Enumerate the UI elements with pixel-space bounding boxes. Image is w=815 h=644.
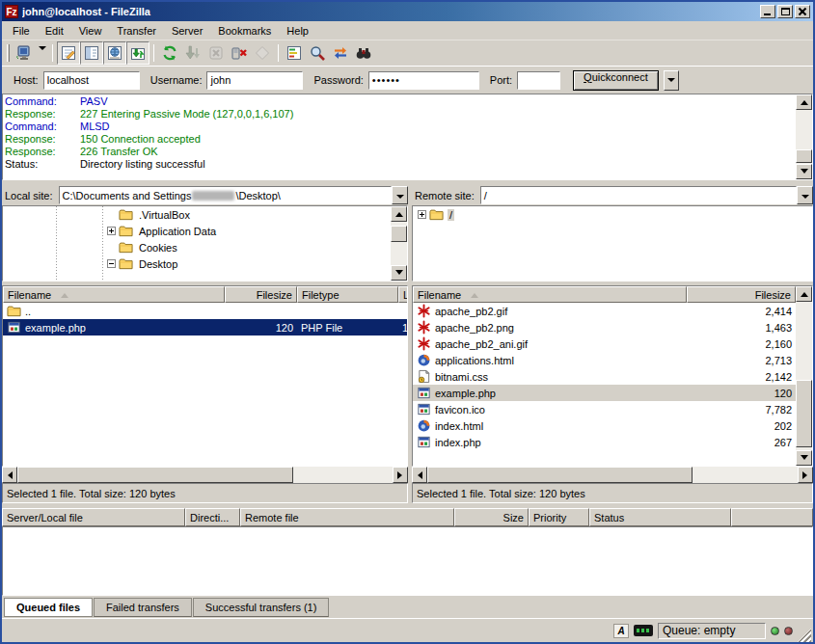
remote-file-row[interactable]: applications.html2,713 xyxy=(413,352,796,368)
local-horizontal-scrollbar[interactable] xyxy=(2,467,408,483)
queue-column-status[interactable]: Status xyxy=(589,508,731,526)
minimize-button[interactable] xyxy=(760,5,775,18)
remote-horizontal-scrollbar[interactable] xyxy=(412,467,813,483)
menu-help[interactable]: Help xyxy=(280,23,315,39)
menu-server[interactable]: Server xyxy=(165,23,209,39)
scroll-down-button[interactable] xyxy=(391,265,407,281)
local-path-dropdown-button[interactable] xyxy=(392,186,408,204)
scrollbar-thumb[interactable] xyxy=(796,380,812,448)
menu-transfer[interactable]: Transfer xyxy=(110,23,163,39)
sort-ascending-icon xyxy=(61,289,68,298)
filename-filters-button[interactable] xyxy=(306,41,329,65)
menu-view[interactable]: View xyxy=(72,23,109,39)
column-header-filename[interactable]: Filename xyxy=(413,286,687,303)
expand-plus-icon[interactable] xyxy=(418,210,426,219)
site-manager-button[interactable] xyxy=(13,41,36,65)
queue-column-direction[interactable]: Directi... xyxy=(185,508,240,526)
log-label: Command: xyxy=(5,95,80,108)
host-input[interactable] xyxy=(43,71,140,90)
column-header-lastmodified[interactable]: L xyxy=(398,286,407,303)
tree-item-root[interactable]: / xyxy=(413,206,812,223)
local-tree-vertical-scrollbar[interactable] xyxy=(391,206,407,281)
scroll-up-button[interactable] xyxy=(796,94,812,110)
remote-file-row[interactable]: bitnami.css2,142 xyxy=(413,368,796,385)
tree-item-desktop[interactable]: Desktop xyxy=(3,255,391,272)
local-file-row-selected[interactable]: example.php 120 PHP File 1 xyxy=(3,319,407,335)
remote-file-row[interactable]: index.html202 xyxy=(413,417,796,434)
process-queue-icon xyxy=(184,44,202,62)
tab-queued-files[interactable]: Queued files xyxy=(4,598,93,617)
scroll-right-button[interactable] xyxy=(393,467,408,483)
scroll-right-button[interactable] xyxy=(798,467,813,483)
scroll-up-button[interactable] xyxy=(796,286,812,302)
port-input[interactable] xyxy=(517,71,560,90)
process-queue-button[interactable] xyxy=(181,41,204,65)
speedlimit-icon[interactable] xyxy=(634,625,653,636)
remote-path-combo[interactable]: / xyxy=(480,186,797,204)
reconnect-icon xyxy=(254,44,271,62)
remote-file-row[interactable]: apache_pb2_ani.gif2,160 xyxy=(413,335,796,352)
resize-grip[interactable] xyxy=(798,629,811,642)
queue-column-remotefile[interactable]: Remote file xyxy=(240,508,454,526)
local-path-combo[interactable]: C:\Documents and Settings\Desktop\ xyxy=(59,186,392,204)
toggle-transfer-queue-button[interactable] xyxy=(126,41,149,65)
data-type-ascii-icon[interactable]: A xyxy=(613,624,629,638)
log-line: Response:226 Transfer OK xyxy=(5,146,796,158)
remote-path-dropdown-button[interactable] xyxy=(797,186,813,204)
reconnect-button[interactable] xyxy=(251,41,274,65)
menu-file[interactable]: File xyxy=(6,23,37,39)
scroll-down-button[interactable] xyxy=(796,450,812,466)
password-input[interactable] xyxy=(368,71,479,90)
column-header-filetype[interactable]: Filetype xyxy=(297,286,398,303)
menu-bookmarks[interactable]: Bookmarks xyxy=(211,23,278,39)
tree-item-virtualbox[interactable]: .VirtualBox xyxy=(3,206,391,223)
find-files-button[interactable] xyxy=(352,41,375,65)
menu-edit[interactable]: Edit xyxy=(39,23,70,39)
collapse-minus-icon[interactable] xyxy=(107,259,116,268)
remote-file-row[interactable]: apache_pb2.gif2,414 xyxy=(413,303,796,319)
log-vertical-scrollbar[interactable] xyxy=(796,94,812,179)
quickconnect-button[interactable]: Quickconnect xyxy=(573,70,659,91)
scroll-left-button[interactable] xyxy=(2,467,17,483)
queue-list[interactable] xyxy=(2,526,813,596)
scroll-left-button[interactable] xyxy=(412,467,427,483)
quickconnect-dropdown-button[interactable] xyxy=(664,70,679,91)
synchronized-browsing-button[interactable] xyxy=(329,41,352,65)
remote-vertical-scrollbar[interactable] xyxy=(796,286,812,466)
queue-column-size[interactable]: Size xyxy=(454,508,529,526)
disconnect-button[interactable] xyxy=(228,41,251,65)
scroll-down-button[interactable] xyxy=(796,164,812,179)
site-manager-dropdown-button[interactable] xyxy=(36,42,48,64)
close-button[interactable] xyxy=(795,5,810,18)
scrollbar-thumb[interactable] xyxy=(427,467,693,483)
queue-column-serverlocal[interactable]: Server/Local file xyxy=(2,508,185,526)
toggle-local-tree-button[interactable] xyxy=(80,41,103,65)
log-label: Command: xyxy=(5,121,80,133)
expand-plus-icon[interactable] xyxy=(107,227,116,235)
username-input[interactable] xyxy=(206,71,303,90)
tab-failed-transfers[interactable]: Failed transfers xyxy=(94,598,192,617)
remote-file-row[interactable]: favicon.ico7,782 xyxy=(413,401,796,417)
scrollbar-thumb[interactable] xyxy=(391,226,407,242)
column-header-filesize[interactable]: Filesize xyxy=(687,286,796,303)
toggle-remote-tree-button[interactable] xyxy=(103,41,126,65)
remote-file-row[interactable]: apache_pb2.png1,463 xyxy=(413,319,796,335)
column-header-filename[interactable]: Filename xyxy=(3,286,225,303)
refresh-button[interactable] xyxy=(158,41,181,65)
cancel-operation-button[interactable] xyxy=(204,41,228,65)
tree-item-cookies[interactable]: Cookies xyxy=(3,239,391,255)
directory-comparison-button[interactable] xyxy=(283,41,306,65)
toggle-message-log-button[interactable] xyxy=(57,41,80,65)
local-file-row-updir[interactable]: .. xyxy=(3,303,407,319)
queue-column-priority[interactable]: Priority xyxy=(529,508,589,526)
tree-item-application-data[interactable]: Application Data xyxy=(3,223,391,239)
maximize-button[interactable] xyxy=(777,5,793,18)
scrollbar-thumb[interactable] xyxy=(17,467,293,483)
tab-successful-transfers[interactable]: Successful transfers (1) xyxy=(193,598,330,617)
scroll-up-button[interactable] xyxy=(391,206,407,222)
remote-path-value: / xyxy=(484,190,487,201)
scrollbar-thumb[interactable] xyxy=(796,149,812,163)
remote-file-row-selected[interactable]: example.php120 xyxy=(413,385,796,401)
column-header-filesize[interactable]: Filesize xyxy=(225,286,297,303)
remote-file-row[interactable]: index.php267 xyxy=(413,434,796,450)
